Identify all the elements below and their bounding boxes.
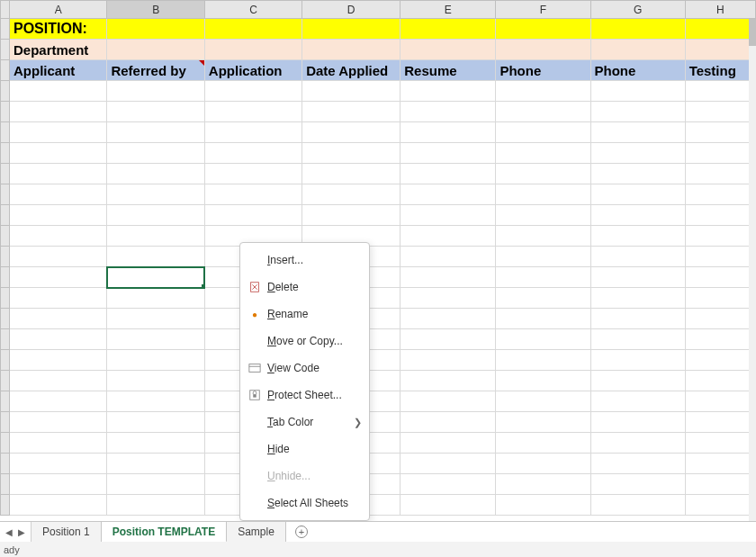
cell-A16[interactable]	[10, 329, 107, 350]
cell-F9[interactable]	[496, 184, 590, 205]
cell-B13[interactable]	[107, 267, 204, 288]
cell-H1[interactable]	[685, 19, 755, 40]
row-header-1[interactable]	[1, 19, 10, 40]
cell-B11[interactable]	[107, 226, 204, 247]
cell-B23[interactable]	[107, 474, 204, 495]
menu-item-insert[interactable]: Insert...	[240, 247, 369, 274]
cell-D2[interactable]	[302, 40, 400, 60]
row-3[interactable]: Applicant Referred by Application Date A…	[1, 60, 756, 81]
cell-G2[interactable]	[590, 40, 685, 60]
cell-H3[interactable]: Testing	[685, 60, 755, 81]
row-6[interactable]	[1, 122, 756, 143]
cell-B17[interactable]	[107, 350, 204, 371]
row-5[interactable]	[1, 102, 756, 122]
cell-B8[interactable]	[107, 164, 204, 184]
cell-F24[interactable]	[496, 495, 590, 516]
cell-A17[interactable]	[10, 350, 107, 371]
cell-H18[interactable]	[685, 371, 755, 391]
cell-G22[interactable]	[590, 454, 685, 474]
cell-E21[interactable]	[400, 433, 496, 454]
cell-B14[interactable]	[107, 288, 204, 309]
cell-F4[interactable]	[496, 81, 590, 102]
cell-G10[interactable]	[590, 205, 685, 226]
cell-F13[interactable]	[496, 267, 590, 288]
cell-D9[interactable]	[302, 184, 400, 205]
cell-A6[interactable]	[10, 122, 107, 143]
cell-G11[interactable]	[590, 226, 685, 247]
menu-item-protect[interactable]: Protect Sheet...	[240, 382, 369, 409]
cell-H14[interactable]	[685, 288, 755, 309]
row-23[interactable]	[1, 474, 756, 495]
row-header-16[interactable]	[1, 329, 10, 350]
cell-G3[interactable]: Phone	[590, 60, 685, 81]
col-header-B[interactable]: B	[107, 1, 204, 19]
cell-H22[interactable]	[685, 454, 755, 474]
row-15[interactable]	[1, 309, 756, 329]
cell-E24[interactable]	[400, 495, 496, 516]
cell-F2[interactable]	[496, 40, 590, 60]
row-header-21[interactable]	[1, 433, 10, 454]
cell-C10[interactable]	[204, 205, 302, 226]
cell-D1[interactable]	[302, 19, 400, 40]
col-header-A[interactable]: A	[10, 1, 107, 19]
row-22[interactable]	[1, 454, 756, 474]
row-header-23[interactable]	[1, 474, 10, 495]
row-header-17[interactable]	[1, 350, 10, 371]
cell-H9[interactable]	[685, 184, 755, 205]
cell-F3[interactable]: Phone	[496, 60, 590, 81]
select-all-corner[interactable]	[1, 1, 10, 19]
cell-F19[interactable]	[496, 391, 590, 412]
cell-G21[interactable]	[590, 433, 685, 454]
cell-F16[interactable]	[496, 329, 590, 350]
cell-A5[interactable]	[10, 102, 107, 122]
cell-A18[interactable]	[10, 371, 107, 391]
cell-A7[interactable]	[10, 143, 107, 164]
row-header-7[interactable]	[1, 143, 10, 164]
cell-E13[interactable]	[400, 267, 496, 288]
cell-F12[interactable]	[496, 247, 590, 267]
cell-H21[interactable]	[685, 433, 755, 454]
cell-E20[interactable]	[400, 412, 496, 433]
cell-B2[interactable]	[107, 40, 204, 60]
cell-H20[interactable]	[685, 412, 755, 433]
col-header-E[interactable]: E	[400, 1, 496, 19]
cell-G18[interactable]	[590, 371, 685, 391]
cell-A12[interactable]	[10, 247, 107, 267]
cell-H17[interactable]	[685, 350, 755, 371]
cell-H5[interactable]	[685, 102, 755, 122]
cell-A23[interactable]	[10, 474, 107, 495]
row-8[interactable]	[1, 164, 756, 184]
cell-E12[interactable]	[400, 247, 496, 267]
cell-G15[interactable]	[590, 309, 685, 329]
cell-H4[interactable]	[685, 81, 755, 102]
cell-D6[interactable]	[302, 122, 400, 143]
cell-E4[interactable]	[400, 81, 496, 102]
cell-E23[interactable]	[400, 474, 496, 495]
row-header-6[interactable]	[1, 122, 10, 143]
menu-item-viewcode[interactable]: View Code	[240, 355, 369, 382]
cell-H13[interactable]	[685, 267, 755, 288]
cell-A11[interactable]	[10, 226, 107, 247]
cell-B6[interactable]	[107, 122, 204, 143]
cell-F6[interactable]	[496, 122, 590, 143]
cell-A4[interactable]	[10, 81, 107, 102]
tab-nav-next-icon[interactable]: ▶	[18, 527, 25, 537]
cell-H16[interactable]	[685, 329, 755, 350]
row-header-22[interactable]	[1, 454, 10, 474]
cell-F11[interactable]	[496, 226, 590, 247]
cell-F5[interactable]	[496, 102, 590, 122]
cell-H15[interactable]	[685, 309, 755, 329]
cell-G1[interactable]	[590, 19, 685, 40]
cell-H12[interactable]	[685, 247, 755, 267]
row-12[interactable]	[1, 247, 756, 267]
row-header-4[interactable]	[1, 81, 10, 102]
cell-E10[interactable]	[400, 205, 496, 226]
row-header-15[interactable]	[1, 309, 10, 329]
cell-E9[interactable]	[400, 184, 496, 205]
row-1[interactable]: POSITION:	[1, 19, 756, 40]
cell-B21[interactable]	[107, 433, 204, 454]
cell-D5[interactable]	[302, 102, 400, 122]
cell-A13[interactable]	[10, 267, 107, 288]
cell-F1[interactable]	[496, 19, 590, 40]
vertical-scrollbar[interactable]	[749, 19, 756, 521]
